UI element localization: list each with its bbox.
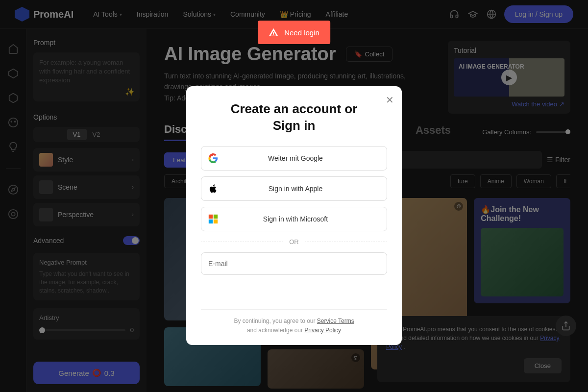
signin-modal: ✕ Create an account or Sign in Weiter mi… xyxy=(186,86,402,345)
modal-footer: By continuing, you agree to our Service … xyxy=(201,309,387,335)
email-field[interactable] xyxy=(201,252,387,275)
privacy-policy-link[interactable]: Privacy Policy xyxy=(304,327,341,334)
google-signin-button[interactable]: Weiter mit Google xyxy=(201,146,387,171)
microsoft-signin-button[interactable]: Sign in with Microsoft xyxy=(201,207,387,231)
warning-icon xyxy=(269,27,278,37)
apple-signin-button[interactable]: Sign in with Apple xyxy=(201,176,387,201)
modal-title: Create an account or Sign in xyxy=(201,101,387,134)
or-divider: OR xyxy=(201,238,387,245)
login-alert: Need login xyxy=(258,21,330,44)
close-icon[interactable]: ✕ xyxy=(386,94,394,106)
service-terms-link[interactable]: Service Terms xyxy=(317,318,354,324)
